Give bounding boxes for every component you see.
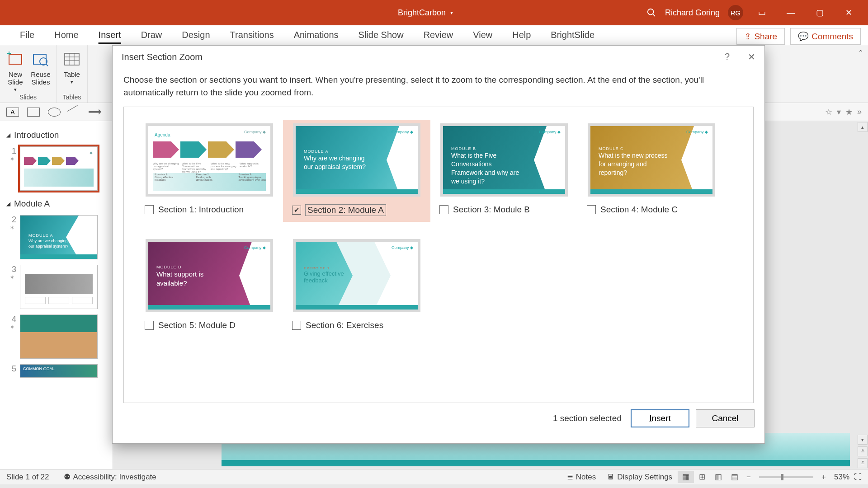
section-preview: Company ◆ MODULE C What is the new proce… xyxy=(588,123,715,197)
star-shape-icon[interactable]: ☆ xyxy=(825,107,832,117)
tab-draw[interactable]: Draw xyxy=(131,25,172,45)
insert-section-zoom-dialog: Insert Section Zoom ? ✕ Choose the secti… xyxy=(112,45,765,444)
scroll-up-icon[interactable]: ▴ xyxy=(858,122,868,132)
scroll-down-icon[interactable]: ▾ xyxy=(858,435,868,445)
tab-animations[interactable]: Animations xyxy=(284,25,349,45)
tab-file[interactable]: File xyxy=(10,25,44,45)
slide-sorter-view-icon[interactable]: ⊞ xyxy=(694,471,710,483)
slide-number: 3 xyxy=(8,265,16,274)
tab-home[interactable]: Home xyxy=(44,25,88,45)
tab-transitions[interactable]: Transitions xyxy=(220,25,284,45)
user-name: Richard Goring xyxy=(665,8,720,18)
tab-review[interactable]: Review xyxy=(414,25,463,45)
cancel-button[interactable]: Cancel xyxy=(696,409,755,427)
tab-brightslide[interactable]: BrightSlide xyxy=(541,25,604,45)
notes-button[interactable]: ≣Notes xyxy=(561,472,601,482)
section-item-5[interactable]: Company ◆ MODULE D What support is avail… xyxy=(136,235,283,337)
checkbox[interactable] xyxy=(145,205,154,214)
svg-rect-8 xyxy=(65,53,79,65)
checkbox[interactable]: ✔ xyxy=(292,206,301,215)
ribbon-group-slides: New Slide ▾ Reuse Slides Slides xyxy=(0,45,57,103)
oval-shape-icon[interactable] xyxy=(48,108,61,117)
section-item-2[interactable]: Company ◆ MODULE A Why are we changing o… xyxy=(283,120,430,222)
thumbnail-row[interactable]: 4✶ xyxy=(0,313,113,362)
collapse-ribbon-icon[interactable]: ⌃ xyxy=(858,49,863,56)
zoom-out-icon[interactable]: − xyxy=(743,473,755,482)
thumbnail-row[interactable]: 1✶ ◆ xyxy=(0,145,113,194)
section-label: Section 5: Module D xyxy=(158,320,236,330)
document-title-dropdown[interactable]: BrightCarbon ▾ xyxy=(398,8,453,18)
checkbox[interactable] xyxy=(145,321,154,330)
close-icon[interactable]: ✕ xyxy=(748,52,755,62)
tab-view[interactable]: View xyxy=(463,25,502,45)
animation-star-icon: ✶ xyxy=(10,324,14,330)
next-slide-icon[interactable]: ≚ xyxy=(858,458,868,468)
new-slide-button[interactable]: New Slide ▾ xyxy=(5,50,25,93)
zoom-in-icon[interactable]: + xyxy=(818,473,830,482)
user-avatar[interactable]: RG xyxy=(728,5,743,20)
line-shape-icon[interactable] xyxy=(67,105,82,118)
section-header-module-a[interactable]: ◢ Module A xyxy=(0,194,113,213)
slide-thumbnail-panel: ◢ Introduction 1✶ ◆ ◢ Module A 2✶ xyxy=(0,121,113,469)
section-gallery: Agenda Company ◆ Why are we changing our… xyxy=(123,107,754,403)
slideshow-view-icon[interactable]: ▤ xyxy=(726,471,743,483)
arrow-shape-icon[interactable] xyxy=(89,108,101,117)
checkbox[interactable] xyxy=(292,321,301,330)
close-icon[interactable]: ✕ xyxy=(838,0,859,25)
table-button[interactable]: Table ▾ xyxy=(62,50,82,85)
tab-help[interactable]: Help xyxy=(502,25,541,45)
chevron-down-icon[interactable]: ▾ xyxy=(837,107,841,117)
table-icon xyxy=(62,50,82,70)
share-button[interactable]: ⇪Share xyxy=(736,28,785,45)
help-icon[interactable]: ? xyxy=(725,52,730,62)
checkbox[interactable] xyxy=(439,205,448,214)
accessibility-button[interactable]: ⚉ Accessibility: Investigate xyxy=(58,472,162,482)
status-bar: Slide 1 of 22 ⚉ Accessibility: Investiga… xyxy=(0,469,868,484)
display-settings-button[interactable]: 🖥Display Settings xyxy=(601,473,678,482)
normal-view-icon[interactable]: ▦ xyxy=(678,471,694,483)
rectangle-shape-icon[interactable] xyxy=(27,108,40,117)
comments-button[interactable]: 💬Comments xyxy=(790,28,861,45)
insert-button[interactable]: Insert xyxy=(631,409,689,427)
star-solid-icon[interactable]: ★ xyxy=(845,107,853,117)
section-item-6[interactable]: Company ◆ EXERCISE 1 Giving effective fe… xyxy=(283,235,430,337)
section-label: Section 2: Module A xyxy=(306,205,386,216)
zoom-slider[interactable] xyxy=(759,476,813,478)
tab-slideshow[interactable]: Slide Show xyxy=(349,25,414,45)
reading-view-icon[interactable]: ▥ xyxy=(710,471,726,483)
fit-to-window-icon[interactable]: ⛶ xyxy=(854,473,862,482)
section-header-introduction[interactable]: ◢ Introduction xyxy=(0,126,113,145)
section-item-3[interactable]: Company ◆ MODULE B What is the Five Conv… xyxy=(430,120,578,222)
prev-slide-icon[interactable]: ≙ xyxy=(858,446,868,456)
slide-index[interactable]: Slide 1 of 22 xyxy=(6,473,49,482)
search-icon[interactable] xyxy=(646,7,657,18)
maximize-icon[interactable]: ▢ xyxy=(809,0,830,25)
logo-icon: Company ◆ xyxy=(244,130,266,134)
section-label: Section 6: Exercises xyxy=(306,320,383,330)
slide-thumbnail-3[interactable] xyxy=(20,265,98,309)
thumbnail-row[interactable]: 3✶ xyxy=(0,263,113,313)
tab-insert[interactable]: Insert xyxy=(89,25,131,45)
minimize-icon[interactable]: — xyxy=(780,0,801,25)
caret-down-icon: ▾ xyxy=(450,9,453,16)
zoom-level[interactable]: 53% xyxy=(830,473,854,482)
section-item-4[interactable]: Company ◆ MODULE C What is the new proce… xyxy=(578,120,725,222)
collapse-triangle-icon: ◢ xyxy=(6,201,10,207)
document-name: BrightCarbon xyxy=(398,8,446,18)
ribbon-display-options-icon[interactable]: ▭ xyxy=(751,0,772,25)
reuse-slides-button[interactable]: Reuse Slides xyxy=(31,50,51,86)
dialog-title: Insert Section Zoom xyxy=(122,52,203,62)
thumbnail-row[interactable]: 2✶ MODULE A Why are we changing our appr… xyxy=(0,213,113,263)
tab-design[interactable]: Design xyxy=(172,25,220,45)
section-item-1[interactable]: Agenda Company ◆ Why are we changing our… xyxy=(136,120,283,222)
more-icon[interactable]: » xyxy=(857,107,862,117)
animation-star-icon: ✶ xyxy=(10,274,14,281)
checkbox[interactable] xyxy=(587,205,596,214)
ribbon-group-label: Tables xyxy=(63,94,81,101)
slide-thumbnail-2[interactable]: MODULE A Why are we changing our apprais… xyxy=(20,215,98,259)
slide-thumbnail-1[interactable]: ◆ xyxy=(20,146,98,191)
slide-thumbnail-4[interactable] xyxy=(20,314,98,359)
thumbnail-row[interactable]: 5 COMMON GOAL xyxy=(0,362,113,381)
textbox-shape-icon[interactable]: A xyxy=(6,108,19,117)
slide-thumbnail-5[interactable]: COMMON GOAL xyxy=(20,364,98,378)
